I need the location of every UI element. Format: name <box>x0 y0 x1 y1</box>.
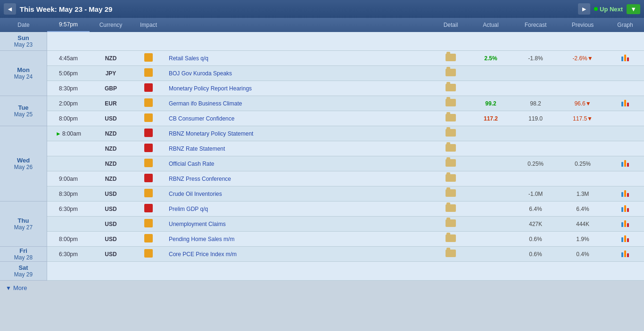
graph-icon[interactable] <box>621 219 629 227</box>
impact-icon <box>144 219 153 227</box>
event-name-cell[interactable]: Prelim GDP q/q <box>165 206 432 212</box>
impact-cell <box>132 113 165 123</box>
event-name-cell[interactable]: RBNZ Monetary Policy Statement <box>165 130 432 137</box>
impact-cell <box>132 189 165 199</box>
impact-icon <box>144 53 153 62</box>
event-name-cell[interactable]: Crude Oil Inventories <box>165 191 432 197</box>
detail-folder-icon[interactable] <box>446 54 456 61</box>
detail-folder-icon[interactable] <box>446 219 456 227</box>
detail-folder-icon[interactable] <box>446 84 456 91</box>
forecast-cell: 0.6% <box>512 251 559 258</box>
event-row: 8:00pmUSDCB Consumer Confidence117.2119.… <box>47 111 644 126</box>
detail-cell[interactable] <box>432 219 470 228</box>
day-section: ThuMay 276:30pmUSDPrelim GDP q/q6.4%6.4%… <box>0 202 644 247</box>
detail-cell[interactable] <box>432 114 470 123</box>
detail-cell[interactable] <box>432 144 470 153</box>
graph-cell[interactable] <box>606 219 644 228</box>
graph-icon[interactable] <box>621 204 629 212</box>
day-label: TueMay 25 <box>0 96 47 126</box>
date-label: May 23 <box>14 41 33 48</box>
detail-cell[interactable] <box>432 250 470 258</box>
currency-cell: NZD <box>90 145 132 152</box>
impact-icon <box>144 159 153 167</box>
col-graph: Graph <box>606 18 644 32</box>
graph-icon[interactable] <box>621 54 629 61</box>
detail-folder-icon[interactable] <box>446 99 456 106</box>
detail-cell[interactable] <box>432 174 470 183</box>
detail-cell[interactable] <box>432 204 470 213</box>
event-name-cell[interactable]: Monetary Policy Report Hearings <box>165 85 432 92</box>
detail-cell[interactable] <box>432 129 470 138</box>
currency-cell: JPY <box>90 70 132 77</box>
graph-icon[interactable] <box>621 250 629 257</box>
graph-cell[interactable] <box>606 159 644 168</box>
detail-cell[interactable] <box>432 84 470 93</box>
currency-cell: USD <box>90 221 132 227</box>
weekday-label: Wed <box>17 157 30 164</box>
event-name-cell[interactable]: RBNZ Rate Statement <box>165 145 432 152</box>
event-name-cell[interactable]: Pending Home Sales m/m <box>165 236 432 242</box>
event-name-cell[interactable]: Retail Sales q/q <box>165 55 432 62</box>
graph-icon[interactable] <box>621 99 629 106</box>
graph-cell[interactable] <box>606 250 644 258</box>
detail-folder-icon[interactable] <box>446 159 456 167</box>
more-bar[interactable]: ▼ More <box>0 281 644 295</box>
graph-icon[interactable] <box>621 189 629 197</box>
more-label: More <box>13 284 27 291</box>
next-week-button[interactable]: ► <box>578 3 590 15</box>
impact-cell <box>132 159 165 169</box>
event-name-cell[interactable]: German ifo Business Climate <box>165 100 432 107</box>
date-label: May 24 <box>14 73 33 80</box>
detail-cell[interactable] <box>432 189 470 198</box>
detail-cell[interactable] <box>432 54 470 63</box>
detail-folder-icon[interactable] <box>446 129 456 137</box>
filter-button[interactable]: ▼ <box>627 4 640 14</box>
up-next: Up Next <box>594 6 623 13</box>
graph-cell[interactable] <box>606 189 644 198</box>
event-name-cell[interactable]: CB Consumer Confidence <box>165 115 432 122</box>
graph-cell[interactable] <box>606 54 644 63</box>
impact-icon <box>144 174 153 182</box>
detail-folder-icon[interactable] <box>446 114 456 121</box>
detail-folder-icon[interactable] <box>446 234 456 242</box>
graph-cell[interactable] <box>606 234 644 243</box>
weekday-label: Sat <box>18 264 28 271</box>
currency-cell: USD <box>90 115 132 122</box>
detail-folder-icon[interactable] <box>446 69 456 76</box>
detail-cell[interactable] <box>432 99 470 108</box>
col-currency[interactable]: Currency <box>90 18 132 32</box>
event-name-cell[interactable]: RBNZ Press Conference <box>165 176 432 182</box>
detail-folder-icon[interactable] <box>446 204 456 212</box>
graph-icon[interactable] <box>621 159 629 167</box>
time-cell: ►8:00am <box>47 130 90 137</box>
graph-cell[interactable] <box>606 99 644 108</box>
impact-icon <box>144 98 153 107</box>
detail-folder-icon[interactable] <box>446 144 456 152</box>
event-name-cell[interactable]: Core PCE Price Index m/m <box>165 251 432 258</box>
time-cell: 6:30pm <box>47 251 90 258</box>
date-label: May 27 <box>14 224 33 231</box>
event-name-cell[interactable]: Official Cash Rate <box>165 161 432 167</box>
detail-cell[interactable] <box>432 234 470 243</box>
impact-icon <box>144 68 153 77</box>
graph-cell[interactable] <box>606 204 644 213</box>
col-previous: Previous <box>559 18 606 32</box>
col-time[interactable]: 9:57pm <box>47 18 90 32</box>
prev-week-button[interactable]: ◄ <box>4 3 16 15</box>
event-row: 6:30pmUSDCore PCE Price Index m/m0.6%0.4… <box>47 247 644 262</box>
event-name-cell[interactable]: BOJ Gov Kuroda Speaks <box>165 70 432 77</box>
graph-icon[interactable] <box>621 234 629 242</box>
week-title: This Week: May 23 - May 29 <box>20 5 574 13</box>
event-name-cell[interactable]: Unemployment Claims <box>165 221 432 227</box>
events-column: 4:45amNZDRetail Sales q/q2.5%-1.8%-2.6%▼… <box>47 51 644 96</box>
time-cell: 4:45am <box>47 55 90 62</box>
detail-folder-icon[interactable] <box>446 189 456 197</box>
events-column <box>47 262 644 281</box>
forecast-cell: -1.0M <box>512 191 559 197</box>
detail-cell[interactable] <box>432 69 470 78</box>
detail-folder-icon[interactable] <box>446 174 456 182</box>
date-label: May 25 <box>14 111 33 118</box>
detail-cell[interactable] <box>432 159 470 168</box>
detail-folder-icon[interactable] <box>446 250 456 257</box>
col-forecast: Forecast <box>512 18 559 32</box>
